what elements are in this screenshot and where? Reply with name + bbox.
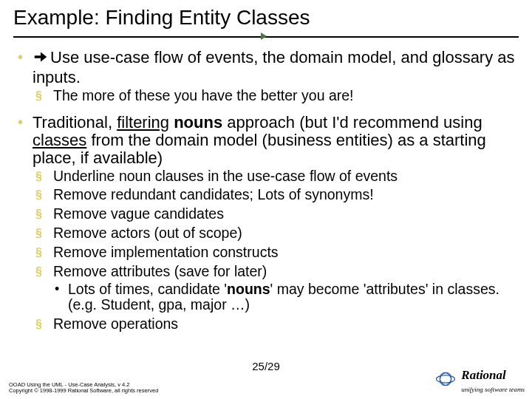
sub-7-text: Remove operations [53,316,519,332]
bullet-1-sub-1: The more of these you have the better yo… [35,88,519,104]
bullet-1-sub-1-text: The more of these you have the better yo… [53,88,519,104]
bullet-2-p1: Traditional, [33,113,117,132]
s6b-p1: Lots of times, candidate ' [68,281,227,297]
sub-6-sublist: Lots of times, candidate 'nouns' may bec… [53,282,519,314]
title-underline [13,34,519,41]
sub-4-text: Remove actors (out of scope) [53,225,519,242]
bullet-1: Use use-case flow of events, the domain … [13,49,519,103]
svg-point-0 [437,375,455,383]
arrow-right-icon [33,49,49,69]
bullet-2-text: Traditional, filtering nouns approach (b… [33,114,519,166]
bullet-2-underline-2: classes [33,131,86,149]
sub-6-text: Remove attributes (save for later) [53,264,519,280]
footer-left: OOAD Using the UML - Use-Case Analysis, … [9,382,158,395]
bullet-2-p4: from the domain model (business entities… [33,131,486,167]
page-number: 25/29 [252,360,280,372]
sub-1: Underline noun clauses in the use-case f… [35,168,519,185]
logo-brand: Rational [461,368,525,383]
sub-5: Remove implementation constructs [35,245,519,261]
rational-swirl-icon [434,371,457,390]
bullet-2-p3: approach (but I'd recommend using [222,113,482,132]
bullet-2-sublist: Underline noun clauses in the use-case f… [35,168,519,332]
bullet-1-span: Use use-case flow of events, the domain … [33,48,515,86]
sub-6: Remove attributes (save for later) Lots … [35,264,519,313]
bullet-2: Traditional, filtering nouns approach (b… [13,114,519,332]
sub-2: Remove redundant candidates; Lots of syn… [35,187,519,203]
sub-4: Remove actors (out of scope) [35,225,519,242]
sub-6-b-text: Lots of times, candidate 'nouns' may bec… [68,282,519,314]
sub-3: Remove vague candidates [35,206,519,222]
arrowhead-icon [261,33,267,40]
bullet-2-underline-1: filtering [117,113,169,132]
bullet-1-text: Use use-case flow of events, the domain … [33,49,519,86]
s6b-bold: nouns [227,281,270,297]
slide-title: Example: Finding Entity Classes [13,6,519,30]
sub-5-text: Remove implementation constructs [53,245,519,261]
logo-tagline: unifying software teams [461,386,525,393]
sub-2-text: Remove redundant candidates; Lots of syn… [53,187,519,203]
bullet-1-sublist: The more of these you have the better yo… [35,88,519,104]
sub-7: Remove operations [35,316,519,332]
sub-6-b: Lots of times, candidate 'nouns' may bec… [53,282,519,314]
main-bullet-list: Use use-case flow of events, the domain … [13,49,519,332]
slide: Example: Finding Entity Classes Use use-… [0,0,532,399]
svg-point-2 [438,371,454,387]
sub-3-text: Remove vague candidates [53,206,519,222]
sub-1-text: Underline noun clauses in the use-case f… [53,168,519,185]
rational-logo: Rational unifying software teams [434,368,525,393]
bullet-2-bold-1: nouns [174,113,222,132]
footer-line-2: Copyright © 1998-1999 Rational Software,… [9,388,158,395]
